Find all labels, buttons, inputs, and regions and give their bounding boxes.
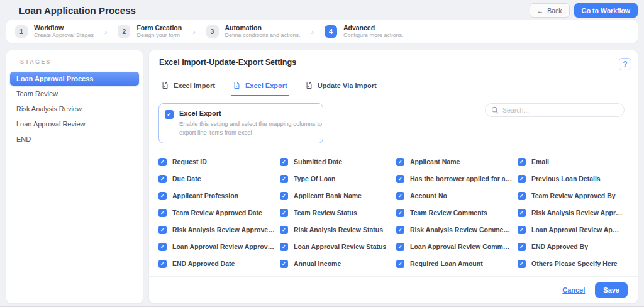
column-checkbox[interactable]: ✓ <box>158 192 167 200</box>
save-button[interactable]: Save <box>595 282 628 298</box>
excel-export-checkbox[interactable]: ✓ <box>165 110 174 119</box>
column-checkbox[interactable]: ✓ <box>396 175 404 183</box>
checkmark-icon: ✓ <box>519 176 525 182</box>
export-column-item[interactable]: ✓Team Review Comments <box>396 209 518 217</box>
column-checkbox[interactable]: ✓ <box>158 158 167 166</box>
checkmark-icon: ✓ <box>519 244 525 250</box>
export-column-item[interactable]: ✓Applicant Name <box>396 158 518 166</box>
export-column-item[interactable]: ✓Team Review Approved By <box>518 192 628 200</box>
step-title: Form Creation <box>136 24 182 32</box>
export-column-item[interactable]: ✓END Approved By <box>518 243 628 251</box>
export-column-item[interactable]: ✓Loan Approval Review Approved Date <box>158 243 280 251</box>
cancel-link[interactable]: Cancel <box>562 286 585 294</box>
tab-update-via-import[interactable]: xUpdate Via Import <box>303 77 379 96</box>
settings-tabs: xExcel ImportxExcel ExportxUpdate Via Im… <box>149 77 638 96</box>
search-icon <box>491 106 499 114</box>
tab-label: Excel Export <box>245 82 287 89</box>
sidebar-stage-loan-approval-process[interactable]: Loan Approval Process <box>10 72 139 86</box>
column-checkbox[interactable]: ✓ <box>396 209 404 217</box>
tab-excel-import[interactable]: xExcel Import <box>159 77 217 96</box>
content-top-row: ✓ Excel Export Enable this setting and s… <box>158 103 628 143</box>
export-column-item[interactable]: ✓Loan Approval Review Approved By <box>518 226 628 234</box>
column-checkbox[interactable]: ✓ <box>518 243 526 251</box>
export-column-item[interactable]: ✓Risk Analysis Review Approved By <box>518 209 628 217</box>
sidebar-stage-loan-approval-review[interactable]: Loan Approval Review <box>10 117 139 131</box>
column-checkbox[interactable]: ✓ <box>280 243 288 251</box>
export-column-item[interactable]: ✓Request ID <box>158 158 280 166</box>
header-actions: ← Back Go to Workflow <box>530 3 638 18</box>
column-checkbox[interactable]: ✓ <box>280 209 288 217</box>
settings-panel-header: Excel Import-Update-Export Settings ? <box>149 50 638 70</box>
stepper-step-advanced[interactable]: 4AdvancedConfigure more actions. <box>325 24 404 39</box>
export-column-item[interactable]: ✓Team Review Approved Date <box>158 209 280 217</box>
stepper-step-automation[interactable]: 3AutomationDefine conditions and actions… <box>206 24 301 39</box>
stepper-step-workflow[interactable]: 1WorkflowCreate Approval Stages <box>15 24 94 39</box>
tab-label: Update Via Import <box>318 82 377 89</box>
tab-excel-export[interactable]: xExcel Export <box>231 77 289 96</box>
export-column-item[interactable]: ✓Previous Loan Details <box>518 175 628 183</box>
column-checkbox[interactable]: ✓ <box>158 175 167 183</box>
column-checkbox[interactable]: ✓ <box>396 158 404 166</box>
export-column-item[interactable]: ✓Applicant Bank Name <box>280 192 396 200</box>
column-checkbox[interactable]: ✓ <box>158 260 167 268</box>
export-column-item[interactable]: ✓Loan Approval Review Comments <box>396 243 518 251</box>
column-checkbox[interactable]: ✓ <box>518 209 526 217</box>
export-column-item[interactable]: ✓Submitted Date <box>280 158 396 166</box>
column-checkbox[interactable]: ✓ <box>280 226 288 234</box>
checkmark-icon: ✓ <box>519 159 525 165</box>
column-checkbox[interactable]: ✓ <box>158 209 167 217</box>
column-label: Annual Income <box>294 260 341 267</box>
sidebar-stage-end[interactable]: END <box>10 132 139 146</box>
checkmark-icon: ✓ <box>282 159 287 165</box>
column-label: Risk Analysis Review Comments <box>410 226 513 233</box>
column-label: Type Of Loan <box>294 175 335 182</box>
column-checkbox[interactable]: ✓ <box>518 192 526 200</box>
column-checkbox[interactable]: ✓ <box>280 175 288 183</box>
export-column-item[interactable]: ✓Others Please Specify Here <box>518 260 628 268</box>
column-checkbox[interactable]: ✓ <box>280 260 288 268</box>
column-label: Team Review Approved Date <box>172 209 262 216</box>
column-checkbox[interactable]: ✓ <box>280 158 288 166</box>
column-checkbox[interactable]: ✓ <box>518 260 526 268</box>
export-column-item[interactable]: ✓Required Loan Amount <box>396 260 518 268</box>
export-column-item[interactable]: ✓Risk Analysis Review Status <box>280 226 396 234</box>
export-column-item[interactable]: ✓Team Review Status <box>280 209 396 217</box>
help-button[interactable]: ? <box>619 58 631 70</box>
tab-label: Excel Import <box>174 82 215 89</box>
export-column-item[interactable]: ✓Loan Approval Review Status <box>280 243 396 251</box>
search-box[interactable] <box>485 103 625 117</box>
export-column-item[interactable]: ✓Applicant Profession <box>158 192 280 200</box>
search-input[interactable] <box>502 106 618 114</box>
checkmark-icon: ✓ <box>282 227 287 233</box>
column-checkbox[interactable]: ✓ <box>396 260 404 268</box>
export-column-item[interactable]: ✓Has the borrower applied for a loan b..… <box>396 175 518 183</box>
column-checkbox[interactable]: ✓ <box>518 226 526 234</box>
column-checkbox[interactable]: ✓ <box>518 175 526 183</box>
column-checkbox[interactable]: ✓ <box>158 226 167 234</box>
checkmark-icon: ✓ <box>160 159 165 165</box>
export-column-item[interactable]: ✓Risk Analysis Review Approved Date <box>158 226 280 234</box>
column-checkbox[interactable]: ✓ <box>518 158 526 166</box>
checkmark-icon: ✓ <box>519 261 525 267</box>
export-column-item[interactable]: ✓END Approved Date <box>158 260 280 268</box>
sidebar-stage-team-review[interactable]: Team Review <box>10 87 139 101</box>
export-column-item[interactable]: ✓Account No <box>396 192 518 200</box>
column-checkbox[interactable]: ✓ <box>158 243 167 251</box>
column-label: END Approved By <box>531 243 588 250</box>
checkmark-icon: ✓ <box>398 193 403 199</box>
checkmark-icon: ✓ <box>160 193 165 199</box>
column-checkbox[interactable]: ✓ <box>396 192 404 200</box>
stepper-step-form-creation[interactable]: 2Form CreationDesign your form <box>118 24 182 39</box>
column-checkbox[interactable]: ✓ <box>396 243 404 251</box>
column-checkbox[interactable]: ✓ <box>396 226 404 234</box>
sidebar-stage-risk-analysis-review[interactable]: Risk Analysis Review <box>10 102 139 116</box>
step-number-badge: 3 <box>206 25 219 38</box>
column-checkbox[interactable]: ✓ <box>280 192 288 200</box>
export-column-item[interactable]: ✓Annual Income <box>280 260 396 268</box>
go-to-workflow-button[interactable]: Go to Workflow <box>574 3 638 18</box>
export-column-item[interactable]: ✓Risk Analysis Review Comments <box>396 226 518 234</box>
export-column-item[interactable]: ✓Type Of Loan <box>280 175 396 183</box>
back-button[interactable]: ← Back <box>530 3 570 18</box>
export-column-item[interactable]: ✓Email <box>518 158 628 166</box>
export-column-item[interactable]: ✓Due Date <box>158 175 280 183</box>
